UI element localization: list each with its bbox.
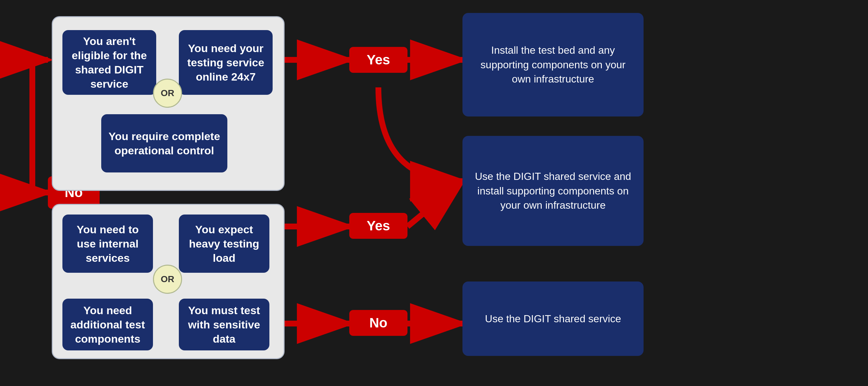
output-digit-shared-own: Use the DIGIT shared service and install… xyxy=(462,136,644,246)
group2-container: You need to use internal services You ex… xyxy=(52,204,285,359)
condition-internal-services: You need to use internal services xyxy=(62,214,153,273)
yes2-badge: Yes xyxy=(349,213,407,239)
or-circle-2: OR xyxy=(153,265,182,294)
no-right-badge: No xyxy=(349,310,407,336)
output-digit-shared: Use the DIGIT shared service xyxy=(462,281,644,356)
condition-additional-components: You need additional test components xyxy=(62,299,153,350)
condition-not-eligible: You aren't eligible for the shared DIGIT… xyxy=(62,30,156,95)
group1-container: You aren't eligible for the shared DIGIT… xyxy=(52,16,285,191)
condition-sensitive-data: You must test with sensitive data xyxy=(179,299,269,350)
condition-heavy-load: You expect heavy testing load xyxy=(179,214,269,273)
condition-operational-control: You require complete operational control xyxy=(101,114,227,173)
condition-testing-online: You need your testing service online 24x… xyxy=(179,30,273,95)
svg-line-7 xyxy=(407,181,462,227)
output-install-own: Install the test bed and any supporting … xyxy=(462,13,644,117)
or-circle-1: OR xyxy=(153,79,182,108)
yes1-badge: Yes xyxy=(349,47,407,73)
